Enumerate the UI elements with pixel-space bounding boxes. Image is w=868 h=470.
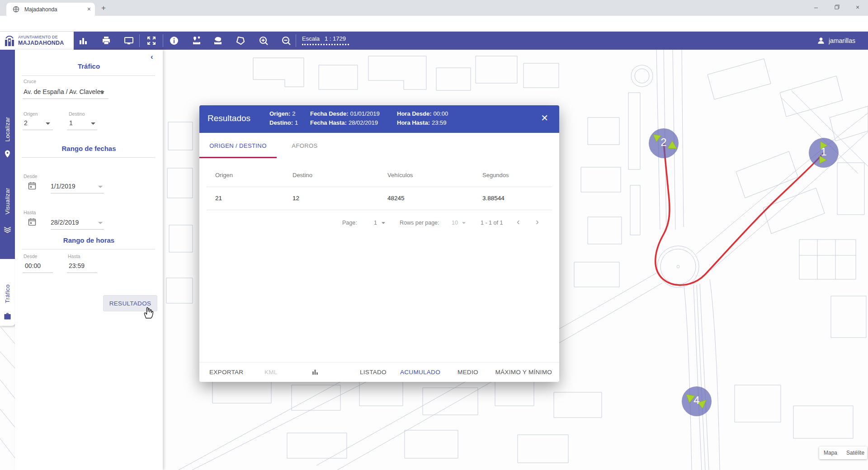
- application-window: 2 1 4 Mapa Satélite Majadahonda × + –: [0, 0, 868, 470]
- browser-address-bar: ← → ⟳ https://simplicity.incaurbano.com …: [0, 16, 868, 32]
- active-tool-tab[interactable]: Tráfico: [0, 259, 15, 326]
- map-type-mapa-button[interactable]: Mapa: [819, 450, 842, 456]
- next-page-icon[interactable]: ›: [536, 216, 539, 227]
- active-tab-indicator: [199, 157, 277, 158]
- sidebar-item-visualizar[interactable]: Visualizar: [4, 188, 11, 214]
- page-label: Page:: [342, 220, 357, 226]
- chevron-down-icon[interactable]: [98, 222, 103, 224]
- collapse-panel-icon[interactable]: ‹: [151, 52, 153, 61]
- map-marker-origin-2[interactable]: 2: [649, 128, 679, 158]
- field-underline: [23, 99, 108, 99]
- summary-origen-value: 2: [292, 110, 295, 117]
- scale-value: 1 : 1729: [325, 35, 346, 42]
- close-icon[interactable]: ✕: [541, 113, 548, 123]
- origen-label: Origen: [24, 111, 38, 117]
- map-type-satelite-button[interactable]: Satélite: [842, 450, 868, 456]
- chevron-down-icon[interactable]: [98, 186, 103, 188]
- hora-hasta-input[interactable]: 23:59: [69, 262, 85, 269]
- summary-fecha-desde-label: Fecha Desde:: [310, 110, 349, 117]
- toolbar-divider: [163, 34, 163, 47]
- map-marker-4[interactable]: 4: [682, 386, 712, 416]
- marker-label: 4: [682, 394, 712, 407]
- pin-icon[interactable]: [3, 150, 12, 158]
- summary-fecha-hasta-value: 28/02/2019: [349, 119, 378, 126]
- listado-button[interactable]: LISTADO: [360, 362, 387, 382]
- summary-hora-desde-label: Hora Desde:: [397, 110, 432, 117]
- new-tab-button[interactable]: +: [101, 4, 106, 13]
- calendar-icon[interactable]: [28, 181, 37, 190]
- map-marker-destination-1[interactable]: 1: [809, 138, 839, 168]
- field-underline: [67, 273, 97, 273]
- logo-line1: AYUNTAMIENTO DE: [18, 35, 64, 40]
- origen-select[interactable]: 2: [24, 119, 28, 127]
- table-divider: [207, 187, 552, 187]
- fecha-hasta-select[interactable]: 28/2/2019: [51, 219, 79, 226]
- col-header-segundos: Segundos: [482, 172, 509, 179]
- exportar-button[interactable]: EXPORTAR: [209, 362, 243, 382]
- chart-view-icon[interactable]: [311, 368, 319, 376]
- cell-vehiculos: 48245: [387, 195, 405, 202]
- chevron-down-icon[interactable]: [91, 122, 95, 125]
- tab-title: Majadahonda: [24, 6, 57, 13]
- acumulado-button[interactable]: ACUMULADO: [400, 362, 440, 382]
- trafico-filter-panel: ‹ Tráfico Cruce Av. de España / Av. Clav…: [15, 50, 163, 470]
- app-toolbar: AYUNTAMIENTO DE MAJADAHONDA: [0, 32, 868, 50]
- toolbar-divider: [296, 34, 296, 47]
- measure-area-icon[interactable]: [213, 36, 223, 46]
- medio-button[interactable]: MEDIO: [458, 362, 478, 382]
- rows-per-page-select[interactable]: 10: [452, 220, 458, 226]
- window-minimize-button[interactable]: –: [806, 0, 826, 15]
- field-underline: [67, 130, 97, 130]
- marker-label: 2: [649, 136, 679, 149]
- print-icon[interactable]: [101, 36, 111, 46]
- table-divider: [207, 210, 552, 210]
- maximo-minimo-button[interactable]: MÁXIMO Y MÍNIMO: [495, 362, 552, 382]
- info-icon[interactable]: [169, 36, 179, 46]
- chevron-down-icon[interactable]: [100, 91, 104, 94]
- window-maximize-button[interactable]: [826, 0, 847, 15]
- hora-desde-input[interactable]: 00:00: [25, 262, 41, 269]
- divider: [22, 75, 155, 76]
- cell-origen: 21: [215, 195, 222, 202]
- sidebar-item-localizar[interactable]: Localizar: [4, 117, 11, 142]
- tab-close-icon[interactable]: ×: [87, 5, 91, 13]
- chevron-down-icon[interactable]: [382, 222, 385, 224]
- resultados-dialog: Resultados Origen:2 Destino:1 Fecha Desd…: [199, 105, 559, 382]
- summary-hora-hasta-value: 23:59: [432, 119, 447, 126]
- summary-hora-desde-value: 00:00: [434, 110, 448, 117]
- calendar-icon[interactable]: [28, 217, 37, 226]
- measure-distance-icon[interactable]: [192, 36, 202, 46]
- zoom-in-icon[interactable]: [259, 36, 269, 46]
- cruce-select[interactable]: Av. de España / Av. Claveles: [24, 88, 104, 95]
- layers-icon[interactable]: [3, 225, 12, 234]
- globe-favicon-icon: [13, 6, 19, 13]
- page-select[interactable]: 1: [374, 220, 377, 226]
- col-header-vehiculos: Vehículos: [387, 172, 413, 179]
- statistics-icon[interactable]: [78, 36, 88, 46]
- browser-tab[interactable]: Majadahonda ×: [6, 3, 95, 16]
- cell-destino: 12: [292, 195, 299, 202]
- zoom-out-icon[interactable]: [281, 36, 291, 46]
- tab-origen-destino[interactable]: ORIGEN / DESTINO: [199, 133, 277, 158]
- logo-line2: MAJADAHONDA: [18, 40, 64, 47]
- previous-page-icon[interactable]: ‹: [517, 216, 520, 227]
- kml-button[interactable]: KML: [264, 362, 278, 382]
- destino-select[interactable]: 1: [69, 119, 73, 127]
- marker-label: 1: [809, 146, 839, 158]
- col-header-origen: Origen: [215, 172, 233, 179]
- summary-fecha-hasta-label: Fecha Hasta:: [310, 119, 347, 126]
- draw-polygon-icon[interactable]: [236, 36, 245, 46]
- field-underline: [23, 273, 53, 273]
- dialog-title: Resultados: [208, 113, 250, 123]
- fecha-desde-select[interactable]: 1/1/2019: [51, 183, 75, 190]
- chevron-down-icon[interactable]: [462, 222, 466, 224]
- screen-icon[interactable]: [124, 36, 134, 46]
- tab-aforos[interactable]: AFOROS: [277, 133, 333, 158]
- summary-fecha-desde-value: 01/01/2019: [350, 110, 380, 117]
- fullscreen-icon[interactable]: [146, 36, 156, 46]
- browser-tab-bar: Majadahonda × + – ×: [0, 0, 868, 16]
- window-close-button[interactable]: ×: [847, 0, 868, 15]
- user-icon: [816, 36, 826, 45]
- chevron-down-icon[interactable]: [46, 122, 50, 125]
- user-account[interactable]: jamarillas: [816, 35, 855, 46]
